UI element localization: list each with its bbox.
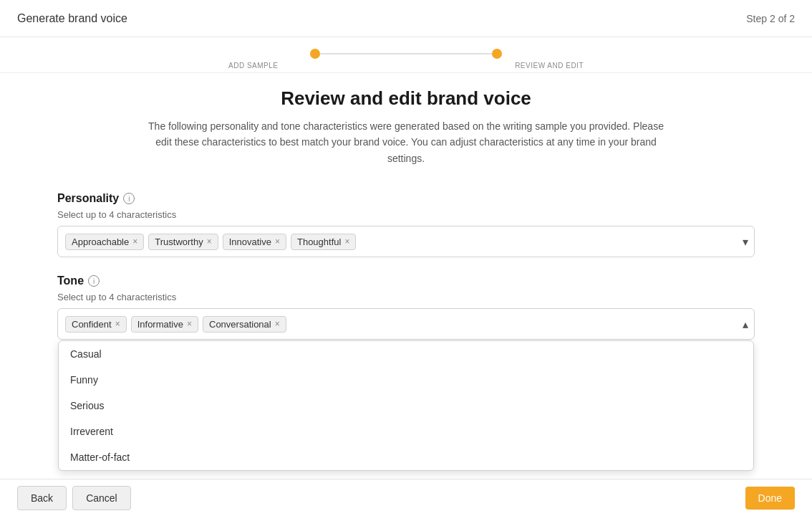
bottom-actions: Back Cancel Done (0, 479, 812, 516)
main-content: Review and edit brand voice The followin… (0, 73, 812, 340)
remove-conversational-button[interactable]: × (275, 320, 280, 328)
tone-tags-container[interactable]: Confident × Informative × Conversational… (57, 308, 755, 340)
page-description: The following personality and tone chara… (148, 118, 664, 166)
dropdown-item-funny[interactable]: Funny (59, 367, 753, 393)
tag-conversational[interactable]: Conversational × (203, 316, 286, 333)
step2-label: REVIEW AND EDIT (515, 62, 584, 70)
remove-informative-button[interactable]: × (187, 320, 192, 328)
remove-trustworthy-button[interactable]: × (207, 237, 212, 246)
personality-expand-button[interactable]: ▾ (743, 235, 748, 249)
top-bar: Generate brand voice Step 2 of 2 (0, 0, 812, 37)
dropdown-item-casual[interactable]: Casual (59, 341, 753, 367)
tag-thoughtful-label: Thoughtful (297, 236, 341, 247)
chevron-up-icon: ▴ (743, 318, 748, 330)
personality-section: Personality i Select up to 4 characteris… (57, 192, 755, 257)
tag-thoughtful[interactable]: Thoughtful × (291, 234, 356, 250)
step1-dot (310, 49, 320, 59)
tone-header: Tone i (57, 274, 755, 287)
app-title: Generate brand voice (17, 12, 127, 25)
remove-innovative-button[interactable]: × (275, 237, 280, 246)
page-title: Review and edit brand voice (57, 87, 755, 110)
tag-trustworthy[interactable]: Trustworthy × (148, 234, 218, 250)
tag-approachable[interactable]: Approachable × (65, 234, 144, 250)
tone-info-icon: i (88, 275, 100, 287)
chevron-down-icon: ▾ (743, 236, 748, 248)
tone-expand-button[interactable]: ▴ (743, 317, 748, 331)
progress-steps: ADD SAMPLE REVIEW AND EDIT (0, 37, 812, 73)
personality-title: Personality (57, 192, 119, 205)
dropdown-item-serious[interactable]: Serious (59, 393, 753, 419)
step-indicator: Step 2 of 2 (746, 13, 795, 24)
cancel-button[interactable]: Cancel (72, 486, 131, 510)
tag-informative-label: Informative (137, 319, 183, 330)
tone-title: Tone (57, 274, 84, 287)
personality-subtitle: Select up to 4 characteristics (57, 209, 755, 220)
step1-label: ADD SAMPLE (228, 62, 278, 70)
remove-confident-button[interactable]: × (115, 320, 120, 328)
tag-informative[interactable]: Informative × (131, 316, 198, 333)
personality-header: Personality i (57, 192, 755, 205)
tag-innovative[interactable]: Innovative × (223, 234, 286, 250)
tag-approachable-label: Approachable (72, 236, 129, 247)
back-button[interactable]: Back (17, 486, 67, 510)
left-actions: Back Cancel (17, 486, 131, 510)
tag-confident-label: Confident (72, 319, 112, 330)
tone-dropdown: Casual Funny Serious Irreverent Matter-o… (58, 340, 754, 471)
tag-conversational-label: Conversational (209, 319, 271, 330)
step2-dot (492, 49, 502, 59)
remove-thoughtful-button[interactable]: × (344, 237, 349, 246)
tag-confident[interactable]: Confident × (65, 316, 127, 333)
step-connector (320, 53, 492, 54)
done-button[interactable]: Done (745, 487, 795, 510)
personality-info-icon: i (123, 193, 135, 204)
remove-approachable-button[interactable]: × (132, 237, 137, 246)
tag-trustworthy-label: Trustworthy (155, 236, 203, 247)
dropdown-item-irreverent[interactable]: Irreverent (59, 419, 753, 444)
tag-innovative-label: Innovative (229, 236, 271, 247)
tone-section: Tone i Select up to 4 characteristics Co… (57, 274, 755, 340)
page-header: Review and edit brand voice The followin… (57, 73, 755, 175)
tone-subtitle: Select up to 4 characteristics (57, 292, 755, 302)
personality-tags-container[interactable]: Approachable × Trustworthy × Innovative … (57, 226, 755, 257)
dropdown-item-matter-of-fact[interactable]: Matter-of-fact (59, 444, 753, 470)
